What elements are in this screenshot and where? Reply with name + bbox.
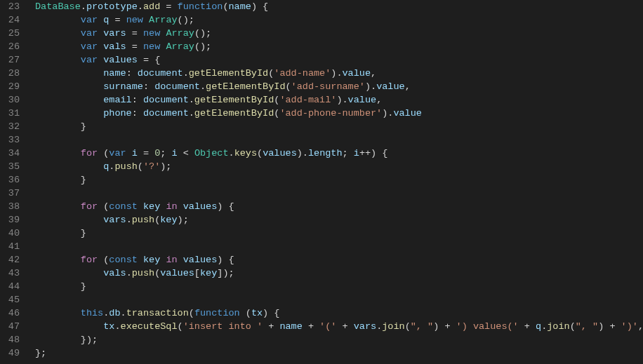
code-line[interactable]: } bbox=[35, 173, 643, 187]
token-func: getElementById bbox=[194, 95, 274, 105]
code-line[interactable]: surname: document.getElementById('add-su… bbox=[35, 80, 643, 93]
token-punc: ) { bbox=[263, 308, 279, 318]
token-str: '(' bbox=[319, 321, 336, 332]
token-punc: } bbox=[81, 175, 86, 185]
line-number: 31 bbox=[0, 107, 20, 120]
token-op: = bbox=[160, 1, 177, 12]
code-line[interactable]: tx.executeSql('insert into ' + name + '(… bbox=[35, 320, 643, 333]
code-line[interactable] bbox=[35, 240, 643, 253]
token-op bbox=[178, 201, 183, 212]
token-punc: (); bbox=[194, 41, 211, 52]
line-number: 28 bbox=[0, 67, 20, 80]
token-punc: [ bbox=[194, 268, 200, 278]
code-line[interactable]: var vars = new Array(); bbox=[35, 27, 643, 40]
code-line[interactable]: vals.push(values[key]); bbox=[35, 267, 643, 280]
token-var: q bbox=[536, 321, 541, 332]
line-number-gutter: 2324252627282930313233343536373839404142… bbox=[0, 0, 29, 364]
token-punc: , bbox=[638, 321, 643, 332]
token-kw: new bbox=[143, 41, 160, 52]
token-punc: }; bbox=[35, 348, 46, 358]
token-var: values bbox=[160, 268, 194, 278]
token-ctrl: for bbox=[81, 201, 98, 212]
token-var: document bbox=[138, 68, 183, 79]
token-op: + bbox=[263, 321, 279, 332]
code-line[interactable]: name: document.getElementById('add-name'… bbox=[35, 67, 643, 80]
code-line[interactable]: var values = { bbox=[35, 53, 643, 67]
code-line[interactable]: phone: document.getElementById('add-phon… bbox=[35, 107, 643, 120]
code-line[interactable]: var q = new Array(); bbox=[35, 13, 643, 27]
token-punc: } bbox=[81, 228, 86, 238]
code-line[interactable]: for (var i = 0; i < Object.keys(values).… bbox=[35, 147, 643, 160]
code-line[interactable]: } bbox=[35, 280, 643, 293]
code-line[interactable]: this.db.transaction(function (tx) { bbox=[35, 306, 643, 320]
token-punc: ; bbox=[160, 148, 171, 159]
line-number: 46 bbox=[0, 306, 20, 320]
token-var: values bbox=[103, 55, 138, 65]
token-func: push bbox=[132, 215, 154, 225]
code-line[interactable]: var vals = new Array(); bbox=[35, 40, 643, 53]
token-punc: ). bbox=[297, 148, 308, 159]
code-line[interactable] bbox=[35, 293, 643, 306]
token-punc: ) { bbox=[371, 148, 387, 159]
token-var: document bbox=[143, 108, 189, 119]
token-ctrl: in bbox=[166, 201, 177, 212]
token-punc: . bbox=[138, 1, 143, 12]
code-line[interactable]: email: document.getElementById('add-mail… bbox=[35, 93, 643, 107]
code-editor-content[interactable]: DataBase.prototype.add = function(name) … bbox=[29, 0, 643, 364]
token-func: getElementById bbox=[189, 68, 268, 79]
line-number: 34 bbox=[0, 147, 20, 160]
line-number: 35 bbox=[0, 160, 20, 173]
token-punc: ). bbox=[331, 68, 342, 79]
token-func: getElementById bbox=[206, 81, 285, 92]
token-var: name bbox=[279, 321, 302, 332]
line-number: 24 bbox=[0, 13, 20, 27]
code-line[interactable] bbox=[35, 133, 643, 147]
token-punc: ( bbox=[98, 201, 109, 212]
token-punc: . bbox=[126, 268, 132, 278]
token-punc: , bbox=[405, 81, 411, 92]
token-var: values bbox=[263, 148, 297, 159]
token-str: ')' bbox=[621, 321, 638, 332]
token-kw: var bbox=[81, 15, 98, 25]
token-func: executeSql bbox=[121, 321, 178, 332]
token-var: document bbox=[154, 81, 200, 92]
token-punc: ). bbox=[365, 81, 376, 92]
token-var: vars bbox=[103, 215, 126, 225]
token-kw: var bbox=[81, 28, 98, 39]
code-line[interactable]: }); bbox=[35, 333, 643, 346]
token-kw: const bbox=[109, 255, 138, 265]
token-prop: prototype bbox=[86, 1, 138, 12]
token-prop: value bbox=[376, 81, 405, 92]
token-prop: length bbox=[308, 148, 343, 159]
token-prop: email bbox=[103, 95, 132, 105]
code-line[interactable]: for (const key in values) { bbox=[35, 253, 643, 267]
code-line[interactable] bbox=[35, 187, 643, 200]
token-str: 'add-surname' bbox=[291, 81, 365, 92]
token-func: push bbox=[132, 268, 154, 278]
code-line[interactable]: } bbox=[35, 227, 643, 240]
token-punc: : bbox=[132, 95, 143, 105]
token-kw: var bbox=[109, 148, 126, 159]
token-punc: ( bbox=[138, 161, 143, 172]
line-number: 26 bbox=[0, 40, 20, 53]
token-var: values bbox=[183, 201, 218, 212]
token-op: = { bbox=[138, 55, 160, 65]
token-type: Array bbox=[149, 15, 178, 25]
code-line[interactable]: vars.push(key); bbox=[35, 213, 643, 227]
code-line[interactable]: } bbox=[35, 120, 643, 133]
token-punc: , bbox=[376, 95, 382, 105]
token-var: key bbox=[200, 268, 217, 278]
token-op: = bbox=[126, 28, 143, 39]
token-punc: ]); bbox=[217, 268, 234, 278]
token-func: join bbox=[547, 321, 569, 332]
line-number: 33 bbox=[0, 133, 20, 147]
code-line[interactable]: for (const key in values) { bbox=[35, 200, 643, 213]
token-prop: value bbox=[343, 68, 371, 79]
token-punc: }); bbox=[81, 335, 98, 345]
code-line[interactable]: q.push('?'); bbox=[35, 160, 643, 173]
token-op: + bbox=[303, 321, 319, 332]
code-line[interactable]: }; bbox=[35, 346, 643, 360]
token-kw: this bbox=[81, 308, 103, 318]
code-line[interactable]: DataBase.prototype.add = function(name) … bbox=[35, 0, 643, 13]
token-punc: . bbox=[183, 68, 189, 79]
